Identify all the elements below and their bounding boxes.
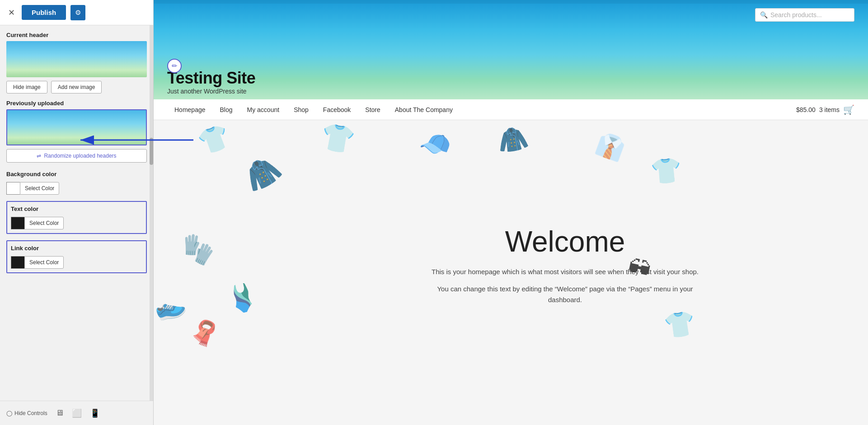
- cart-icon[interactable]: 🛒: [843, 104, 854, 115]
- site-header: Testing Site Just another WordPress site…: [154, 0, 868, 99]
- background-select-color-button[interactable]: Select Color: [20, 182, 59, 195]
- panel-content: Current header Hide image Add new image …: [0, 25, 153, 401]
- site-title: Testing Site: [167, 69, 854, 88]
- cart-items: 3 items: [819, 106, 840, 113]
- publish-button[interactable]: Publish: [22, 5, 66, 20]
- current-header-label: Current header: [6, 32, 147, 38]
- background-color-label: Background color: [6, 171, 147, 177]
- nav-item-store[interactable]: Store: [358, 101, 387, 119]
- site-title-area: Testing Site Just another WordPress site: [154, 69, 868, 99]
- welcome-content: Welcome This is your homepage which is w…: [430, 225, 701, 312]
- current-header-image: [6, 41, 147, 77]
- scroll-track: [150, 25, 153, 401]
- search-placeholder: Search products...: [770, 11, 822, 19]
- clothing-item-1: 👕: [195, 120, 234, 159]
- previously-uploaded-section: Previously uploaded ⇌ Randomize uploaded…: [6, 100, 147, 163]
- randomize-label: Randomize uploaded headers: [44, 153, 116, 159]
- mobile-icon[interactable]: 📱: [90, 408, 100, 418]
- nav-item-about[interactable]: About The Company: [388, 101, 460, 119]
- welcome-text-1: This is your homepage which is what most…: [430, 266, 701, 277]
- hide-controls-button[interactable]: ◯ Hide Controls: [6, 410, 47, 416]
- clothing-item-4: 🧢: [417, 126, 455, 162]
- background-color-swatch[interactable]: [6, 182, 20, 195]
- left-panel: ✕ Publish ⚙ Current header Hide image Ad…: [0, 0, 154, 425]
- nav-item-homepage[interactable]: Homepage: [167, 101, 213, 119]
- desktop-icon[interactable]: 🖥: [56, 408, 64, 418]
- link-select-color-button[interactable]: Select Color: [24, 256, 64, 269]
- text-color-label: Text color: [11, 205, 142, 212]
- scroll-thumb[interactable]: [150, 138, 153, 165]
- link-color-swatch[interactable]: [11, 256, 24, 269]
- text-color-section: Text color Select Color: [6, 201, 147, 234]
- clothing-item-9: 👟: [154, 286, 190, 326]
- welcome-text-2: You can change this text by editing the …: [430, 284, 701, 305]
- nav-item-myaccount[interactable]: My account: [240, 101, 287, 119]
- randomize-button[interactable]: ⇌ Randomize uploaded headers: [6, 149, 147, 163]
- search-box[interactable]: 🔍 Search products...: [755, 8, 854, 22]
- header-overlay: [154, 0, 868, 4]
- clothing-item-8: 🧤: [177, 229, 218, 269]
- site-tagline: Just another WordPress site: [167, 88, 854, 95]
- gear-icon: ⚙: [75, 9, 81, 16]
- nav-item-shop[interactable]: Shop: [286, 101, 316, 119]
- link-color-section: Link color Select Color: [6, 240, 147, 273]
- text-select-color-button[interactable]: Select Color: [24, 217, 64, 229]
- nav-item-blog[interactable]: Blog: [213, 101, 240, 119]
- cart-price: $85.00: [796, 106, 816, 113]
- add-new-image-button[interactable]: Add new image: [51, 81, 102, 93]
- current-header-section: Current header Hide image Add new image: [6, 32, 147, 93]
- hide-image-button[interactable]: Hide image: [6, 81, 47, 93]
- background-color-picker: Select Color: [6, 182, 147, 195]
- search-icon: 🔍: [760, 11, 768, 19]
- top-bar: ✕ Publish ⚙: [0, 0, 153, 25]
- clothing-item-2: 👕: [318, 120, 357, 157]
- clothing-item-6: 👔: [593, 130, 628, 164]
- tablet-icon[interactable]: ⬜: [72, 408, 82, 418]
- previously-uploaded-image[interactable]: [6, 109, 147, 145]
- clothing-item-5: 🧥: [495, 122, 530, 157]
- welcome-title: Welcome: [430, 225, 701, 258]
- close-button[interactable]: ✕: [5, 7, 17, 19]
- gear-button[interactable]: ⚙: [70, 5, 85, 20]
- image-btn-row: Hide image Add new image: [6, 81, 147, 93]
- cart-area: $85.00 3 items 🛒: [796, 104, 854, 115]
- site-preview: Testing Site Just another WordPress site…: [154, 0, 868, 425]
- bottom-bar: ◯ Hide Controls 🖥 ⬜ 📱: [0, 401, 153, 425]
- clothing-item-13: 🩱: [223, 280, 262, 316]
- clothing-item-7: 👕: [649, 155, 683, 187]
- site-nav: Homepage Blog My account Shop Facebook S…: [154, 99, 868, 120]
- clothing-item-12: 🧣: [186, 315, 223, 351]
- clothing-item-3: 🧥: [238, 149, 286, 197]
- link-color-label: Link color: [11, 245, 142, 252]
- pencil-icon: ✏: [172, 62, 178, 70]
- background-color-section: Background color Select Color: [6, 171, 147, 195]
- text-color-picker: Select Color: [11, 217, 142, 229]
- link-color-picker: Select Color: [11, 256, 142, 269]
- hide-controls-label: Hide Controls: [14, 410, 47, 416]
- close-icon: ✕: [8, 8, 15, 18]
- clothing-item-11: 👕: [662, 308, 697, 341]
- hide-controls-icon: ◯: [6, 410, 12, 416]
- site-main: 👕 👕 🧥 🧢 🧥 👔 👕 🧤 👟 🕶 👕 🧣 🩱 Welcome This i…: [154, 120, 868, 425]
- edit-pencil-button[interactable]: ✏: [167, 59, 182, 73]
- previously-uploaded-label: Previously uploaded: [6, 100, 147, 107]
- nav-item-facebook[interactable]: Facebook: [316, 101, 358, 119]
- text-color-swatch[interactable]: [11, 217, 24, 229]
- randomize-icon: ⇌: [37, 153, 41, 159]
